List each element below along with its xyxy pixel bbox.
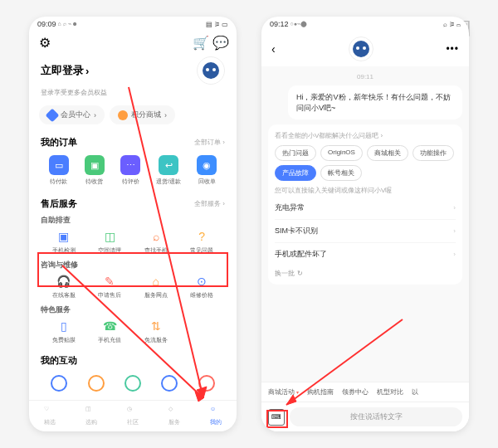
pill-member-center[interactable]: 会员中心 › <box>39 105 105 124</box>
service-icon: ☎ <box>102 319 117 334</box>
service-item[interactable]: ⇅ 免流服务 <box>133 319 179 344</box>
service-label: 申请售后 <box>98 291 121 299</box>
topic-chip[interactable]: 热门问题 <box>275 145 316 161</box>
topic-chip[interactable]: 产品故障 <box>275 165 316 181</box>
back-button[interactable]: ‹ <box>271 42 276 56</box>
quick-link[interactable]: 领券中心 <box>342 387 369 397</box>
card-subtitle-2: 您可以直接输入关键词或像这样问小V喔 <box>275 186 456 195</box>
coin-icon <box>118 110 128 120</box>
service-grid: ▯ 免费贴膜 ☎ 手机充值 ⇅ 免流服务 <box>41 319 225 344</box>
status-bar: 09:12 ○●⌁⬤ ⌕ ⚞ ▭ <box>261 17 469 32</box>
input-bar: ⌨ 按住说话转文字 <box>261 402 469 431</box>
refresh-icon: ↻ <box>297 270 303 277</box>
service-icon: ? <box>194 229 209 244</box>
service-item[interactable]: ✎ 申请售后 <box>87 274 134 299</box>
refresh-text: 换一批 <box>275 269 295 278</box>
interact-icon[interactable] <box>161 375 178 392</box>
order-icon: ▭ <box>49 155 69 175</box>
more-icon[interactable]: ••• <box>446 43 459 55</box>
quick-link[interactable]: 商城活动 ▾ <box>268 387 299 397</box>
nav-item[interactable]: ☺ 我的 <box>210 406 222 426</box>
service-item[interactable]: ⊙ 维修价格 <box>179 274 226 299</box>
nav-item[interactable]: ◷ 社区 <box>127 406 139 426</box>
faq-item[interactable]: SIM卡不识别 › <box>275 220 456 243</box>
all-services-link[interactable]: 全部服务 › <box>194 199 225 208</box>
service-label: 免费贴膜 <box>52 336 76 344</box>
status-time: 09:09 <box>37 20 56 28</box>
nav-label: 选购 <box>85 418 97 426</box>
faq-item[interactable]: 手机或配件坏了 › <box>275 243 456 265</box>
order-item[interactable]: ◉ 回收单 <box>197 155 217 186</box>
message-icon[interactable]: 💬 <box>215 37 227 48</box>
order-item[interactable]: ↩ 退货/退款 <box>156 155 181 186</box>
cart-icon[interactable]: 🛒 <box>195 37 207 48</box>
chat-timestamp: 09:11 <box>268 73 462 80</box>
voice-input[interactable]: 按住说话转文字 <box>290 407 462 426</box>
interact-icon[interactable] <box>198 375 215 392</box>
quick-link[interactable]: 购机指南 <box>307 387 334 397</box>
service-item[interactable]: ⌕ 查找手机 <box>133 229 179 255</box>
topic-chip[interactable]: OriginOS <box>320 145 363 161</box>
nav-icon: ☺ <box>210 406 222 417</box>
order-icon: ▣ <box>85 155 105 175</box>
section-orders: 我的订单 全部订单 › ▭ 待付款 ▣ 待收货 ⋯ 待评价 ↩ 退货/退款 ◉ … <box>29 131 237 192</box>
nav-icon: ◇ <box>168 406 180 417</box>
service-grid: ▣ 手机检测 ◫ 空间清理 ⌕ 查找手机 ? 常见问题 <box>41 229 225 255</box>
quick-link[interactable]: 机型对比 <box>377 387 403 397</box>
interact-icon[interactable] <box>88 375 105 392</box>
group-subtitle: 自助排查 <box>41 215 225 226</box>
login-title-text: 立即登录 <box>41 63 84 78</box>
pill-points-mall[interactable]: 积分商城 › <box>110 105 175 124</box>
nav-label: 服务 <box>168 418 180 426</box>
chevron-right-icon: › <box>453 251 456 258</box>
status-right: ⌕ ⚞ ▭ <box>443 21 461 28</box>
all-orders-link[interactable]: 全部订单 › <box>194 138 225 147</box>
service-item[interactable]: ☎ 手机充值 <box>87 319 134 344</box>
chevron-right-icon: › <box>164 111 167 119</box>
topic-chip[interactable]: 帐号相关 <box>320 165 362 181</box>
service-item[interactable]: ⌂ 服务网点 <box>133 274 179 299</box>
nav-item[interactable]: ♡ 精选 <box>44 406 56 426</box>
order-label: 待评价 <box>122 178 139 186</box>
service-item[interactable]: ▯ 免费贴膜 <box>41 319 87 344</box>
chat-avatar[interactable] <box>349 37 374 61</box>
gear-icon[interactable]: ⚙ <box>39 37 51 48</box>
login-title: 立即登录 › <box>41 63 89 78</box>
order-icon: ⋯ <box>120 155 140 175</box>
keyboard-icon[interactable]: ⌨ <box>268 409 285 426</box>
order-item[interactable]: ▭ 待付款 <box>49 155 69 186</box>
topic-chip[interactable]: 商城相关 <box>367 145 408 161</box>
status-icons: ⌂ ⌕ ⌁ ⬤ <box>58 21 76 27</box>
nav-item[interactable]: ◫ 选购 <box>85 406 97 426</box>
login-row[interactable]: 立即登录 › <box>29 53 237 88</box>
group-subtitle: 咨询与维修 <box>41 260 225 270</box>
service-item[interactable]: ◫ 空间清理 <box>87 229 134 255</box>
service-label: 手机充值 <box>98 336 121 344</box>
faq-text: SIM卡不识别 <box>275 226 318 236</box>
card-subtitle[interactable]: 看看全能的小V都能解决什么问题吧 › <box>275 131 456 140</box>
interact-icon[interactable] <box>124 375 141 392</box>
service-icon: ⌂ <box>149 274 164 289</box>
nav-item[interactable]: ◇ 服务 <box>168 406 180 426</box>
service-icon: 🎧 <box>56 274 71 289</box>
chevron-right-icon: › <box>453 204 456 212</box>
service-item[interactable]: 🎧 在线客服 <box>41 274 87 299</box>
service-item[interactable]: ▣ 手机检测 <box>41 229 87 255</box>
avatar[interactable] <box>197 56 225 85</box>
status-bar: 09:09 ⌂ ⌕ ⌁ ⬤ ▤ ⚞ ▭ <box>29 17 237 32</box>
service-item[interactable]: ? 常见问题 <box>179 229 226 255</box>
refresh-link[interactable]: 换一批 ↻ <box>275 265 456 278</box>
nav-label: 精选 <box>44 418 56 426</box>
nav-label: 社区 <box>127 418 139 426</box>
order-icon: ↩ <box>159 155 178 175</box>
service-icon: ◫ <box>102 229 117 244</box>
interact-icon[interactable] <box>51 375 67 392</box>
order-item[interactable]: ▣ 待收货 <box>85 155 105 186</box>
service-icon: ⇅ <box>149 319 164 334</box>
service-grid: 🎧 在线客服 ✎ 申请售后 ⌂ 服务网点 ⊙ 维修价格 <box>41 274 225 299</box>
topic-chip[interactable]: 功能操作 <box>413 145 454 161</box>
order-item[interactable]: ⋯ 待评价 <box>120 155 140 186</box>
nav-icon: ♡ <box>44 406 56 417</box>
faq-item[interactable]: 充电异常 › <box>275 197 456 220</box>
quick-link[interactable]: 以 <box>412 387 418 397</box>
